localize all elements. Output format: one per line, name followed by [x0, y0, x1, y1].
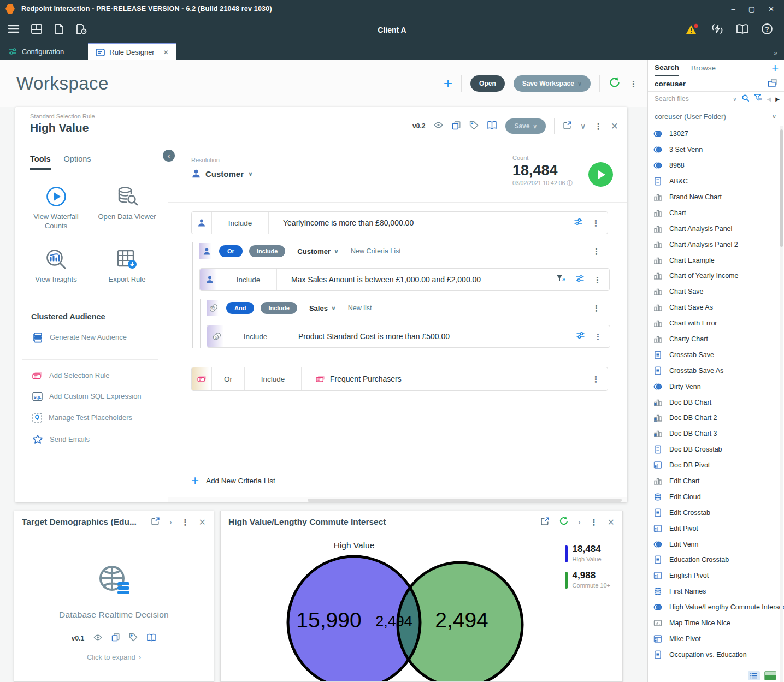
- operator-cell[interactable]: Or: [212, 367, 245, 390]
- list-item[interactable]: Chart Save: [648, 284, 779, 300]
- workspaces-icon[interactable]: [31, 23, 43, 37]
- close-panel-icon[interactable]: ✕: [608, 517, 615, 527]
- close-rule-icon[interactable]: ✕: [611, 121, 618, 132]
- list-item[interactable]: Education Crosstab: [648, 552, 779, 568]
- list-item[interactable]: Chart Save As: [648, 300, 779, 316]
- open-data-viewer-button[interactable]: Open Data Viewer: [92, 186, 163, 231]
- expand-chevron-icon[interactable]: ›: [578, 518, 581, 526]
- list-item[interactable]: 13027: [648, 126, 779, 142]
- operator-pill[interactable]: Or: [219, 245, 243, 257]
- list-item[interactable]: Brand New Chart: [648, 189, 779, 205]
- collapse-panel-button[interactable]: ‹: [163, 150, 175, 162]
- list-item[interactable]: Occupation vs. Education: [648, 647, 779, 662]
- edit-criteria-sliders-icon[interactable]: [576, 331, 585, 342]
- root-folder-name[interactable]: coreuser: [655, 80, 686, 88]
- list-item[interactable]: Doc DB Chart 2: [648, 410, 779, 426]
- row-kebab-icon[interactable]: ⋮: [592, 219, 600, 227]
- expand-chevron-icon[interactable]: ›: [169, 518, 172, 526]
- list-item[interactable]: Chart with Error: [648, 316, 779, 331]
- group-resolution-select[interactable]: Sales∨: [309, 304, 336, 312]
- tag-icon[interactable]: [129, 633, 138, 644]
- menu-icon[interactable]: [8, 24, 20, 36]
- filter-icon[interactable]: [754, 94, 763, 104]
- criterion-row[interactable]: Include Max Sales Amount is between £1,0…: [199, 268, 610, 291]
- close-tab-icon[interactable]: ✕: [163, 49, 169, 56]
- prev-arrow-icon[interactable]: ◀: [767, 96, 771, 102]
- documentation-book-icon[interactable]: [736, 23, 749, 37]
- tab-search[interactable]: Search: [655, 60, 679, 76]
- preview-eye-icon[interactable]: [93, 633, 103, 644]
- notes-book-icon[interactable]: [146, 633, 156, 644]
- info-icon[interactable]: ⓘ: [567, 180, 573, 186]
- collapse-chevron-icon[interactable]: ∨: [580, 121, 586, 131]
- include-mode[interactable]: Include: [220, 269, 277, 290]
- next-arrow-icon[interactable]: ▶: [775, 96, 780, 102]
- include-mode[interactable]: Include: [227, 325, 284, 347]
- list-item[interactable]: 8968: [648, 158, 779, 174]
- copy-icon[interactable]: [111, 633, 120, 644]
- scrollbar-thumb[interactable]: [308, 499, 622, 502]
- open-in-new-icon[interactable]: [540, 517, 550, 528]
- list-item[interactable]: English Pivot: [648, 568, 779, 584]
- resolution-select[interactable]: Customer ∨: [191, 169, 253, 179]
- chevron-down-icon[interactable]: ∨: [733, 96, 736, 102]
- search-input[interactable]: [655, 95, 728, 103]
- criterion-label[interactable]: YearlyIncome is more than £80,000.00: [269, 218, 574, 227]
- list-item[interactable]: Chart Analysis Panel 2: [648, 236, 779, 252]
- preview-eye-icon[interactable]: [433, 121, 444, 132]
- copy-icon[interactable]: [452, 121, 461, 132]
- group-kebab-icon[interactable]: ⋮: [592, 304, 600, 312]
- tab-browse[interactable]: Browse: [691, 60, 716, 76]
- list-item[interactable]: High Value/Lengthy Commute Intersect: [648, 600, 779, 615]
- list-item[interactable]: Chart Example: [648, 252, 779, 268]
- list-item[interactable]: Doc DB Chart: [648, 394, 779, 410]
- edit-criteria-sliders-icon[interactable]: [575, 274, 585, 285]
- criterion-row[interactable]: $ Include Product Standard Cost is more …: [207, 325, 610, 348]
- tab-overflow-icon[interactable]: »: [774, 49, 784, 60]
- nested-rule-label[interactable]: Frequent Purchasers: [302, 375, 592, 383]
- minimize-button[interactable]: –: [732, 5, 735, 13]
- tag-icon[interactable]: [469, 121, 479, 132]
- group-name[interactable]: New Criteria List: [351, 247, 401, 255]
- folder-copy-icon[interactable]: [768, 79, 777, 89]
- row-kebab-icon[interactable]: ⋮: [594, 333, 602, 341]
- tab-configuration[interactable]: Configuration: [0, 43, 73, 60]
- list-item[interactable]: Chart of Yearly Income: [648, 268, 779, 284]
- criterion-row[interactable]: Include YearlyIncome is more than £80,00…: [191, 211, 608, 234]
- refresh-icon[interactable]: [559, 516, 569, 528]
- click-to-expand-button[interactable]: Click to expand›: [87, 653, 141, 661]
- open-in-new-icon[interactable]: [563, 121, 572, 132]
- close-button[interactable]: ✕: [768, 5, 774, 13]
- rule-kebab-icon[interactable]: ⋮: [594, 122, 603, 131]
- nested-rule-row[interactable]: Or Include Frequent Purchasers ⋮: [191, 367, 608, 391]
- list-item[interactable]: Crosstab Save: [648, 347, 779, 363]
- save-rule-button[interactable]: Save∨: [505, 118, 545, 134]
- list-item[interactable]: First Names: [648, 584, 779, 600]
- help-icon[interactable]: ?: [761, 23, 773, 37]
- view-insights-button[interactable]: View Insights: [21, 248, 92, 284]
- close-panel-icon[interactable]: ✕: [199, 517, 206, 527]
- list-item[interactable]: Edit Cloud: [648, 489, 779, 505]
- tab-rule-designer[interactable]: Rule Designer ✕: [88, 43, 176, 60]
- add-new-criteria-list-button[interactable]: + Add New Criteria List: [191, 475, 275, 486]
- send-emails-button[interactable]: Send Emails: [32, 434, 168, 444]
- generate-new-audience-button[interactable]: Generate New Audience: [32, 332, 168, 343]
- notes-book-icon[interactable]: [487, 121, 497, 132]
- list-item[interactable]: Chart: [648, 205, 779, 221]
- open-button[interactable]: Open: [470, 75, 505, 92]
- include-mode[interactable]: Include: [245, 367, 302, 390]
- criterion-label[interactable]: Product Standard Cost is more than £500.…: [284, 332, 576, 341]
- refresh-icon[interactable]: [609, 76, 621, 91]
- tab-options[interactable]: Options: [64, 155, 91, 170]
- include-pill[interactable]: Include: [249, 245, 286, 257]
- list-item[interactable]: Crosstab Save As: [648, 363, 779, 378]
- thumbnail-view-icon[interactable]: [764, 671, 776, 680]
- criteria-group-header[interactable]: Or Include Customer∨ New Criteria List ⋮: [199, 242, 608, 260]
- search-icon[interactable]: [741, 94, 750, 104]
- list-item[interactable]: Doc DB Chart 3: [648, 426, 779, 442]
- panel-kebab-icon[interactable]: ⋮: [590, 518, 598, 526]
- edit-criteria-sliders-icon[interactable]: [574, 217, 583, 228]
- new-file-icon[interactable]: [54, 23, 64, 37]
- export-rule-button[interactable]: Export Rule: [92, 248, 163, 284]
- include-pill[interactable]: Include: [261, 302, 297, 314]
